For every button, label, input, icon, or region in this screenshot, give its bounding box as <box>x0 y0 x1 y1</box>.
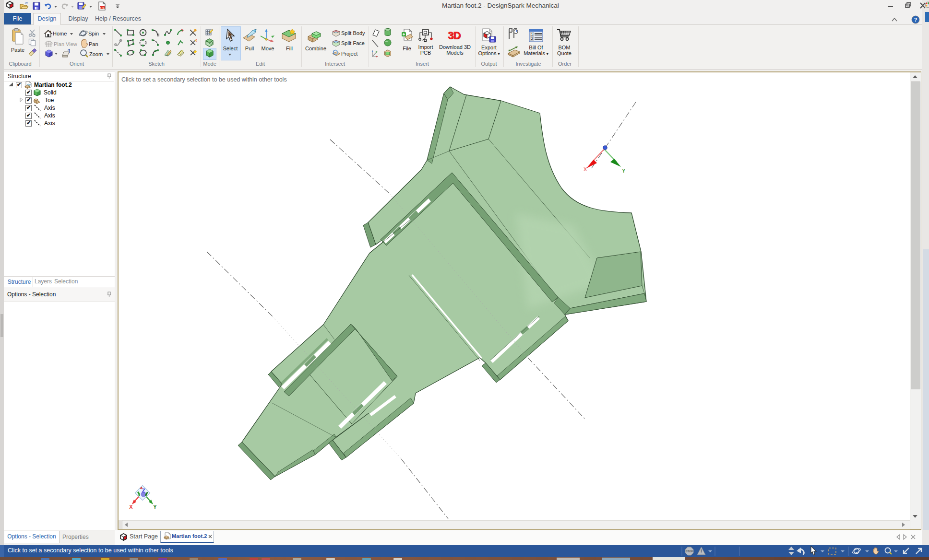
svg-text:STOP: STOP <box>686 550 693 553</box>
svg-text:X: X <box>584 166 587 172</box>
svg-text:Y: Y <box>153 504 157 510</box>
svg-text:X: X <box>129 504 133 510</box>
svg-text:Y: Y <box>622 168 626 174</box>
svg-text:3D: 3D <box>448 29 460 41</box>
svg-text:!: ! <box>701 549 702 554</box>
svg-text:2: 2 <box>531 37 533 40</box>
svg-text:Z: Z <box>142 488 145 493</box>
svg-text:?: ? <box>914 17 917 23</box>
svg-text:1: 1 <box>531 33 533 36</box>
